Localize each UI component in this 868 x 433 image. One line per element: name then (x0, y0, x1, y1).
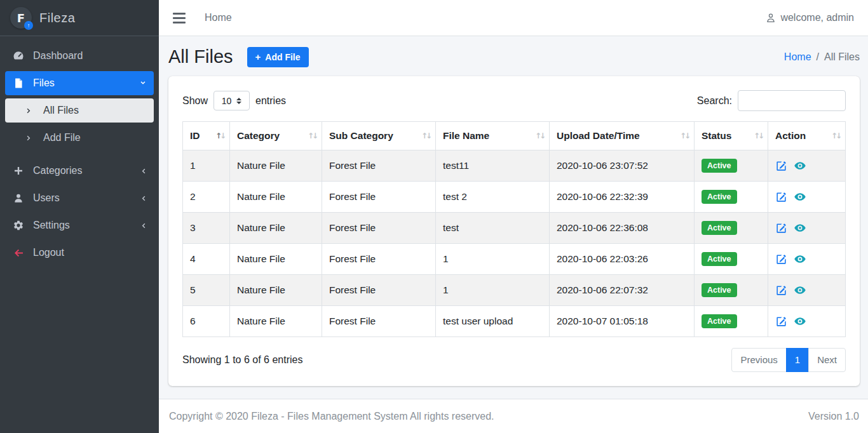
cell-id: 2 (183, 182, 230, 213)
page-size-value: 10 (222, 96, 232, 106)
edit-button[interactable] (775, 160, 787, 172)
chevron-down-icon (139, 79, 147, 88)
cell-sub-category: Forest File (322, 182, 436, 213)
column-header-status[interactable]: Status↑↓ (695, 122, 768, 150)
column-header-action[interactable]: Action↑↓ (768, 122, 846, 150)
top-navbar: Home welcome, admin (159, 0, 868, 36)
add-file-button[interactable]: + Add File (247, 47, 309, 67)
sort-icon: ↑↓ (754, 131, 763, 140)
cell-file-name: test11 (436, 150, 550, 182)
user-greeting: welcome, admin (780, 12, 854, 23)
edit-button[interactable] (775, 253, 787, 265)
page-title: All Files (168, 46, 233, 67)
version-text: Version 1.0 (808, 411, 859, 422)
sidebar-item-settings[interactable]: Settings (5, 213, 154, 237)
cell-category: Nature File (230, 213, 322, 244)
cell-status: Active (695, 213, 768, 244)
sidebar-item-label: Add File (43, 132, 147, 143)
page-size-select[interactable]: 10 (214, 91, 250, 110)
cell-upload-datetime: 2020-10-06 22:32:39 (550, 182, 695, 213)
status-badge: Active (702, 221, 737, 235)
main-column: Home welcome, admin All Files + Add File… (159, 0, 868, 433)
edit-icon (775, 160, 787, 172)
table-row: 3Nature FileForest Filetest2020-10-06 22… (183, 213, 846, 244)
column-header-file-name[interactable]: File Name↑↓ (436, 122, 550, 150)
table-row: 5Nature FileForest File12020-10-06 22:07… (183, 275, 846, 306)
user-menu[interactable]: welcome, admin (765, 12, 854, 23)
column-header-upload-datetime[interactable]: Upload Date/Time↑↓ (550, 122, 695, 150)
cell-action (768, 275, 846, 306)
status-badge: Active (702, 252, 737, 266)
plus-icon: + (255, 52, 261, 62)
content-wrapper: All Files + Add File Home / All Files Sh… (159, 36, 868, 399)
content-header: All Files + Add File Home / All Files (159, 36, 868, 76)
navbar-home-link[interactable]: Home (205, 12, 232, 23)
tachometer-icon (11, 50, 25, 62)
column-header-category[interactable]: Category↑↓ (230, 122, 322, 150)
breadcrumb: Home / All Files (784, 51, 860, 63)
column-header-id[interactable]: ID↑↓ (183, 122, 230, 150)
status-badge: Active (702, 159, 737, 173)
cell-file-name: test 2 (436, 182, 550, 213)
status-badge: Active (702, 283, 737, 297)
cell-category: Nature File (230, 306, 322, 337)
sidebar-item-label: All Files (43, 105, 147, 116)
view-button[interactable] (794, 222, 806, 234)
sidebar-item-all-files[interactable]: All Files (5, 98, 154, 123)
sidebar-item-logout[interactable]: Logout (5, 241, 154, 265)
cell-sub-category: Forest File (322, 213, 436, 244)
cell-id: 4 (183, 244, 230, 275)
search-input[interactable] (738, 90, 846, 111)
breadcrumb-home-link[interactable]: Home (784, 51, 811, 63)
sidebar-item-label: Dashboard (33, 50, 147, 62)
view-button[interactable] (794, 284, 806, 296)
add-file-label: Add File (265, 52, 300, 62)
edit-button[interactable] (775, 316, 787, 328)
edit-button[interactable] (775, 222, 787, 234)
sidebar-item-label: Categories (33, 165, 132, 177)
sidebar-item-dashboard[interactable]: Dashboard (5, 44, 154, 68)
sidebar-toggle-icon[interactable] (173, 13, 186, 23)
view-button[interactable] (794, 315, 806, 328)
sort-icon: ↑↓ (308, 131, 316, 140)
eye-icon (794, 315, 806, 328)
view-button[interactable] (794, 190, 806, 203)
sidebar-item-files[interactable]: Files (5, 71, 154, 95)
pagination: Previous 1 Next (731, 348, 846, 372)
cell-file-name: test user upload (436, 306, 550, 337)
brand-link[interactable]: F ↑ Fileza (0, 0, 159, 36)
cell-status: Active (695, 182, 768, 213)
sort-icon: ↑↓ (215, 131, 224, 140)
page-footer: Copyright © 2020 Fileza - Files Manageme… (159, 399, 868, 433)
cell-category: Nature File (230, 275, 322, 306)
sidebar-item-add-file[interactable]: Add File (5, 126, 154, 150)
page-1-button[interactable]: 1 (786, 348, 809, 372)
sort-icon: ↑↓ (831, 131, 840, 140)
status-badge: Active (702, 314, 737, 328)
chevron-left-icon (139, 222, 147, 230)
show-label: Show (182, 95, 208, 107)
sidebar-nav: Dashboard Files All Files (0, 36, 159, 268)
cell-file-name: test (436, 213, 550, 244)
entries-info: Showing 1 to 6 of 6 entries (182, 354, 302, 366)
eye-icon (794, 284, 806, 296)
breadcrumb-current: All Files (824, 51, 860, 63)
edit-button[interactable] (775, 191, 787, 203)
logo-upload-arrow-icon: ↑ (24, 21, 33, 30)
chevron-left-icon (139, 167, 147, 175)
view-button[interactable] (794, 253, 806, 265)
sort-icon: ↑↓ (421, 131, 430, 140)
edit-button[interactable] (775, 284, 787, 296)
sidebar-item-categories[interactable]: Categories (5, 159, 154, 183)
column-header-sub-category[interactable]: Sub Category↑↓ (322, 122, 436, 150)
cell-file-name: 1 (436, 244, 550, 275)
sidebar-item-users[interactable]: Users (5, 186, 154, 210)
cell-sub-category: Forest File (322, 244, 436, 275)
cell-upload-datetime: 2020-10-06 22:07:32 (550, 275, 695, 306)
next-page-button[interactable]: Next (808, 348, 846, 372)
previous-page-button[interactable]: Previous (731, 348, 786, 372)
view-button[interactable] (794, 159, 806, 172)
edit-icon (775, 253, 787, 265)
table-footer: Showing 1 to 6 of 6 entries Previous 1 N… (182, 348, 846, 372)
cell-file-name: 1 (436, 275, 550, 306)
